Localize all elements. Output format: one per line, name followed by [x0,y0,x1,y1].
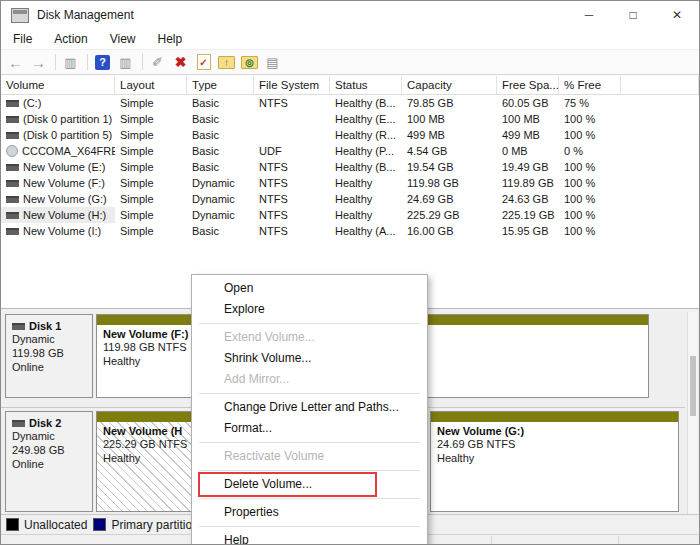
column-header-status[interactable]: Status [330,76,402,94]
disk-name-text: Disk 2 [29,417,61,429]
menu-separator [199,323,420,324]
explore-folder-icon[interactable]: ◎ [239,52,260,72]
cell-type: Dynamic [187,191,254,207]
cell-pct: 0 % [559,143,621,159]
volume-name-cell[interactable]: (C:) [1,95,115,111]
explore-folder-icon-glyph: ◎ [241,56,258,69]
volume-color-strip [431,412,678,422]
cell-type: Basic [187,159,254,175]
close-button[interactable]: ✕ [655,1,699,29]
column-header-type[interactable]: Type [187,76,254,94]
back-icon[interactable]: ← [5,52,26,72]
options-icon[interactable]: ▤ [262,52,283,72]
menu-action[interactable]: Action [50,31,91,47]
cell-type: Basic [187,95,254,111]
column-header-free-spa-[interactable]: Free Spa... [497,76,559,94]
table-row[interactable]: New Volume (G:)SimpleDynamicNTFSHealthy2… [1,191,699,207]
context-menu-item-shrink-volume[interactable]: Shrink Volume... [192,348,427,369]
menu-view[interactable]: View [106,31,140,47]
table-row[interactable]: New Volume (I:)SimpleBasicNTFSHealthy (A… [1,223,699,239]
context-menu-item-help[interactable]: Help [192,530,427,545]
maximize-button[interactable]: □ [611,1,655,29]
cell-free: 225.19 GB [497,207,559,223]
volume-name-cell[interactable]: (Disk 0 partition 1) [1,111,115,127]
table-row[interactable]: New Volume (H:)SimpleDynamicNTFSHealthy2… [1,207,699,223]
volume-title: New Volume (G:) [437,425,678,437]
volume-name: New Volume (I:) [23,223,101,239]
toolbar-separator [55,54,56,70]
cell-status: Healthy (E... [330,111,402,127]
menu-bar: FileActionViewHelp [1,29,699,49]
forward-icon[interactable]: → [28,52,49,72]
disk-icon [6,116,19,123]
legend-swatch [93,518,106,531]
menu-help[interactable]: Help [154,31,187,47]
table-row[interactable]: New Volume (E:)SimpleBasicNTFSHealthy (B… [1,159,699,175]
cell-pct: 75 % [559,95,621,111]
legend-label: Unallocated [24,518,87,532]
cell-status: Healthy (A... [330,223,402,239]
delete-volume-icon[interactable]: ✖ [170,52,191,72]
volume-panel[interactable]: New Volume (G:)24.69 GB NTFSHealthy [430,411,679,512]
cell-fs: NTFS [254,159,330,175]
cell-status: Healthy [330,175,402,191]
column-header-spacer[interactable] [621,76,699,94]
column-header-layout[interactable]: Layout [115,76,187,94]
volume-name-cell[interactable]: (Disk 0 partition 5) [1,127,115,143]
properties-icon[interactable]: ✓ [193,52,214,72]
title-bar: Disk Management ─ □ ✕ [1,1,699,29]
console-tree-icon[interactable]: ▥ [60,52,81,72]
cell-free: 499 MB [497,127,559,143]
scrollbar-thumb[interactable] [690,356,696,416]
cell-status: Healthy (R... [330,127,402,143]
volume-name-cell[interactable]: New Volume (E:) [1,159,115,175]
status-divider [491,536,492,545]
help-icon[interactable]: ? [92,52,113,72]
context-menu-item-add-mirror: Add Mirror... [192,369,427,390]
vertical-scrollbar[interactable] [687,312,698,514]
volume-body[interactable]: New Volume (G:)24.69 GB NTFSHealthy [431,422,678,511]
properties-icon-glyph: ✓ [197,54,211,70]
column-header--free[interactable]: % Free [559,76,621,94]
table-row[interactable]: New Volume (F:)SimpleDynamicNTFSHealthy1… [1,175,699,191]
cell-type: Basic [187,143,254,159]
volume-name-cell[interactable]: New Volume (F:) [1,175,115,191]
cell-free: 15.95 GB [497,223,559,239]
cell-pct: 100 % [559,111,621,127]
context-menu-item-explore[interactable]: Explore [192,299,427,320]
column-header-volume[interactable]: Volume [1,76,115,94]
context-menu-item-open[interactable]: Open [192,278,427,299]
legend-swatch [6,518,19,531]
table-row[interactable]: (Disk 0 partition 5)SimpleBasicHealthy (… [1,127,699,143]
context-menu-item-delete-volume[interactable]: Delete Volume... [192,474,427,495]
minimize-button[interactable]: ─ [567,1,611,29]
volume-name-cell[interactable]: CCCOMA_X64FRE... [1,143,115,159]
action-pane-icon[interactable]: ▥ [115,52,136,72]
column-header-file-system[interactable]: File System [254,76,330,94]
context-menu-item-properties[interactable]: Properties [192,502,427,523]
cell-pct: 100 % [559,159,621,175]
toolbar-separator [87,54,88,70]
cell-layout: Simple [115,127,187,143]
volume-name-cell[interactable]: New Volume (G:) [1,191,115,207]
context-menu-item-change-drive-letter-and-paths[interactable]: Change Drive Letter and Paths... [192,397,427,418]
pointer-tool-icon-glyph: ✐ [152,55,163,70]
disk-management-window: Disk Management ─ □ ✕ FileActionViewHelp… [0,0,700,545]
table-row[interactable]: CCCOMA_X64FRE...SimpleBasicUDFHealthy (P… [1,143,699,159]
cell-layout: Simple [115,175,187,191]
table-row[interactable]: (Disk 0 partition 1)SimpleBasicHealthy (… [1,111,699,127]
cell-layout: Simple [115,207,187,223]
status-divider [618,536,619,545]
table-row[interactable]: (C:)SimpleBasicNTFSHealthy (B...79.85 GB… [1,95,699,111]
pointer-tool-icon[interactable]: ✐ [147,52,168,72]
disk-info-panel[interactable]: Disk 2Dynamic249.98 GBOnline [5,411,93,512]
window-controls: ─ □ ✕ [567,1,699,29]
open-folder-icon[interactable]: ↑ [216,52,237,72]
disk-info-panel[interactable]: Disk 1Dynamic119.98 GBOnline [5,314,93,398]
column-header-capacity[interactable]: Capacity [402,76,497,94]
menu-file[interactable]: File [9,31,36,47]
volume-name-cell[interactable]: New Volume (I:) [1,223,115,239]
volume-name-cell[interactable]: New Volume (H:) [1,207,115,223]
cell-layout: Simple [115,223,187,239]
context-menu-item-format[interactable]: Format... [192,418,427,439]
